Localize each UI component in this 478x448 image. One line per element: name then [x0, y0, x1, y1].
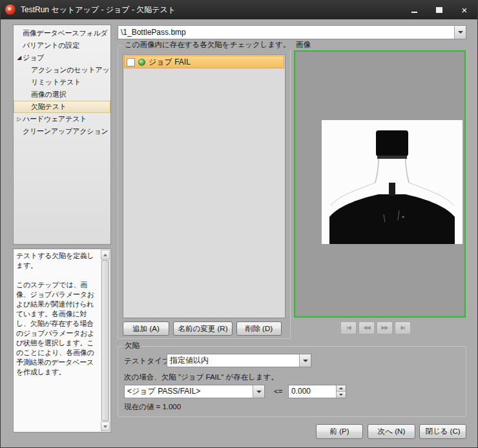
chevron-down-icon [458, 31, 463, 34]
defect-settings-group-title: 欠陥 [123, 341, 141, 351]
delete-defect-button[interactable]: 削除 (D) [236, 321, 282, 336]
sidebar-item-action-setup[interactable]: アクションのセットアップ [14, 64, 110, 76]
parameter-value: <ジョブ PASS/FAIL> [125, 386, 253, 397]
spin-up-button[interactable] [337, 385, 346, 392]
nav-previous-button[interactable]: ◀◀ [358, 321, 375, 334]
maximize-button[interactable] [431, 3, 448, 16]
minimize-icon [411, 12, 417, 13]
description-paragraph: テストする欠陥を定義します。 [16, 251, 100, 270]
titlebar: TestRun セットアップ - ジョブ - 欠陥テスト × [0, 0, 478, 19]
defect-checklist-group-title: この画像内に存在する各欠陥をチェックします。 [123, 40, 293, 50]
scroll-up-button[interactable] [101, 250, 110, 260]
scroll-down-icon [103, 425, 107, 428]
nav-first-button[interactable]: |◀ [340, 321, 357, 334]
spin-up-icon [339, 387, 343, 389]
sidebar-item-defect-test[interactable]: 欠陥テスト [14, 101, 110, 113]
defect-checkbox[interactable] [127, 58, 135, 66]
image-file-combobox[interactable]: \1_BottlePass.bmp [118, 25, 466, 39]
rename-defect-button[interactable]: 名前の変更 (R) [173, 321, 233, 336]
back-button[interactable]: 前 (P) [316, 424, 363, 439]
test-type-combobox[interactable]: 指定値以内 [167, 354, 311, 367]
operator-label: <= [274, 387, 282, 395]
current-value-text: 現在の値 = 1.000 [124, 402, 181, 412]
step-description-text: テストする欠陥を定義します。 このステップでは、画像、ジョブパラメータおよび結果… [16, 251, 100, 377]
scroll-up-icon [103, 254, 107, 256]
maximize-icon [436, 7, 442, 13]
chevron-down-icon [256, 391, 262, 393]
close-icon: × [462, 5, 468, 15]
spinner-buttons [336, 385, 346, 398]
spin-down-icon [339, 394, 343, 396]
defect-status-icon [138, 59, 145, 66]
threshold-value: 0.000 [289, 385, 336, 398]
condition-text: 次の場合、欠陥 "ジョブ FAIL" が存在します。 [124, 372, 278, 382]
description-scrollbar[interactable] [101, 250, 110, 431]
test-type-label: テストタイプ: [124, 356, 172, 366]
sidebar-item-image-db-folder[interactable]: 画像データベースフォルダ [14, 27, 110, 39]
add-defect-button[interactable]: 追加 (A) [123, 321, 169, 336]
scrollbar-thumb[interactable] [101, 260, 109, 421]
parameter-dropdown-button[interactable] [253, 385, 264, 398]
defect-list-item[interactable]: ジョブ FAIL [124, 56, 284, 68]
test-type-dropdown-button[interactable] [299, 354, 311, 367]
defect-list[interactable]: ジョブ FAIL [123, 54, 286, 318]
sidebar-item-limit-test[interactable]: リミットテスト [14, 76, 110, 88]
collapse-icon[interactable]: ◢ [16, 52, 23, 64]
next-button[interactable]: 次へ (N) [368, 424, 415, 439]
description-paragraph: このステップでは、画像、ジョブパラメータおよび結果が関連付けられています。各画像… [16, 280, 100, 377]
close-button[interactable]: × [456, 3, 473, 16]
test-type-value: 指定値以内 [167, 355, 299, 366]
image-panel-title: 画像 [296, 40, 311, 50]
threshold-spinner[interactable]: 0.000 [288, 385, 346, 398]
nav-next-button[interactable]: ▶▶ [377, 321, 393, 334]
image-file-value: \1_BottlePass.bmp [118, 28, 454, 37]
wizard-step-tree: 画像データベースフォルダ バリアントの設定 ◢ジョブ アクションのセットアップ … [13, 25, 111, 245]
parameter-combobox[interactable]: <ジョブ PASS/FAIL> [124, 385, 265, 398]
sidebar-item-hardware-test[interactable]: ▷ハードウェアテスト [14, 113, 110, 125]
window-title: TestRun セットアップ - ジョブ - 欠陥テスト [21, 5, 176, 15]
sidebar-item-job[interactable]: ◢ジョブ [14, 52, 110, 64]
sidebar-item-image-selection[interactable]: 画像の選択 [14, 88, 110, 101]
chevron-down-icon [303, 360, 308, 362]
expand-icon[interactable]: ▷ [16, 113, 23, 125]
scroll-down-button[interactable] [101, 422, 110, 431]
image-preview-frame [294, 50, 466, 318]
step-description-panel: テストする欠陥を定義します。 このステップでは、画像、ジョブパラメータおよび結果… [13, 249, 111, 433]
image-file-dropdown-button[interactable] [454, 26, 466, 39]
window-controls: × [406, 3, 473, 16]
bottle-image [322, 120, 462, 244]
defect-item-label: ジョブ FAIL [149, 57, 191, 68]
sidebar-item-variant-settings[interactable]: バリアントの設定 [14, 39, 110, 52]
close-dialog-button[interactable]: 閉じる (C) [419, 424, 466, 439]
nav-last-button[interactable]: ▶| [395, 321, 411, 334]
spin-down-button[interactable] [337, 392, 346, 398]
sidebar-item-cleanup-action[interactable]: クリーンアップアクション [14, 125, 110, 137]
minimize-button[interactable] [406, 3, 422, 16]
app-icon [5, 5, 16, 15]
